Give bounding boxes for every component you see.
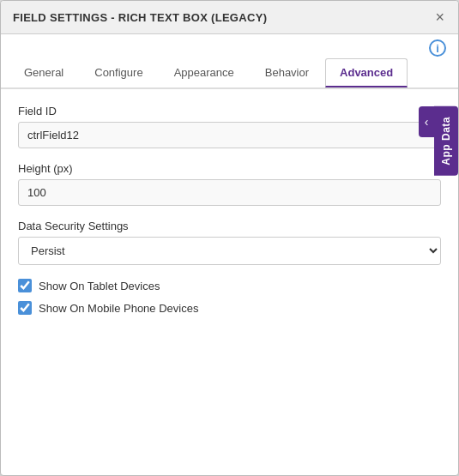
show-mobile-label: Show On Mobile Phone Devices (39, 302, 198, 315)
tab-configure[interactable]: Configure (80, 58, 157, 87)
content-area: Field ID Height (px) Data Security Setti… (1, 89, 458, 475)
main-content: Field ID Height (px) Data Security Setti… (1, 89, 458, 475)
tab-advanced[interactable]: Advanced (325, 58, 408, 87)
info-icon[interactable]: i (429, 39, 446, 57)
field-id-input[interactable] (18, 122, 441, 148)
tab-general[interactable]: General (9, 58, 78, 87)
height-group: Height (px) (18, 162, 441, 206)
tab-appearance[interactable]: Appearance (160, 58, 249, 87)
show-tablet-checkbox[interactable] (18, 279, 32, 292)
show-tablet-group: Show On Tablet Devices (18, 279, 441, 292)
data-security-group: Data Security Settings Persist Session N… (18, 220, 441, 265)
show-tablet-label: Show On Tablet Devices (39, 280, 160, 292)
collapse-panel-button[interactable]: ‹ (419, 106, 434, 137)
height-input[interactable] (18, 179, 441, 206)
data-security-select[interactable]: Persist Session None (18, 237, 441, 265)
show-mobile-checkbox[interactable] (18, 301, 32, 315)
chevron-left-icon: ‹ (425, 115, 429, 129)
dialog-title: FIELD SETTINGS - RICH TEXT BOX (LEGACY) (13, 11, 267, 24)
field-id-group: Field ID (18, 105, 441, 148)
dialog: FIELD SETTINGS - RICH TEXT BOX (LEGACY) … (0, 0, 459, 476)
height-label: Height (px) (18, 162, 441, 175)
tabs: General Configure Appearance Behavior Ad… (1, 58, 458, 89)
app-data-label: App Data (440, 117, 452, 166)
field-id-label: Field ID (18, 105, 441, 117)
app-data-tab[interactable]: App Data (434, 106, 458, 176)
info-row: i (1, 34, 458, 58)
show-mobile-group: Show On Mobile Phone Devices (18, 301, 441, 315)
title-bar: FIELD SETTINGS - RICH TEXT BOX (LEGACY) … (1, 1, 458, 34)
data-security-label: Data Security Settings (18, 220, 441, 232)
close-button[interactable]: × (433, 9, 446, 25)
tab-behavior[interactable]: Behavior (251, 58, 323, 87)
